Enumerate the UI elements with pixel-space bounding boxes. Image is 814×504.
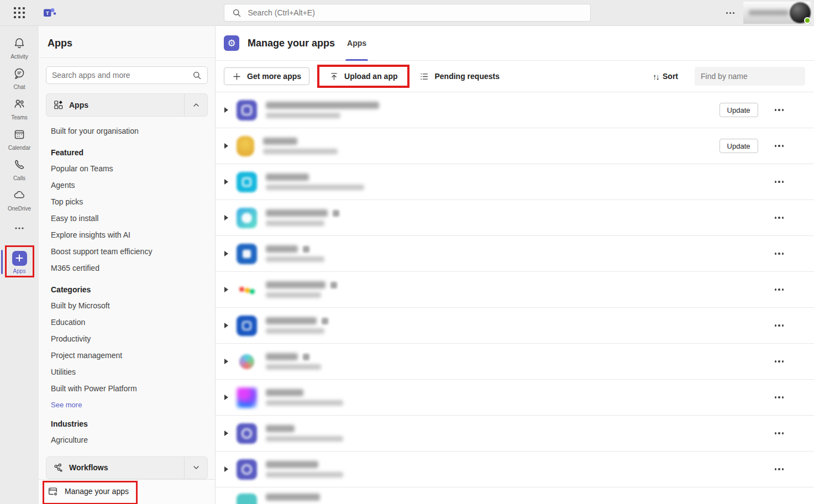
- tab-apps[interactable]: Apps: [347, 26, 366, 61]
- sort-label: Sort: [663, 72, 678, 81]
- row-more-options-icon[interactable]: [775, 109, 784, 111]
- workflows-label: Workflows: [69, 463, 108, 472]
- apps-search[interactable]: [46, 66, 208, 84]
- row-more-options-icon[interactable]: [775, 145, 784, 147]
- sidebar-item-easy-to-install[interactable]: Easy to install: [51, 211, 207, 227]
- find-by-name-input[interactable]: [701, 72, 801, 81]
- account-name-redacted: [749, 10, 789, 15]
- row-more-options-icon[interactable]: [775, 396, 784, 398]
- get-more-apps-button[interactable]: Get more apps: [224, 67, 309, 85]
- row-more-options-icon[interactable]: [775, 468, 784, 470]
- annotation-box-upload: Upload an app: [317, 65, 409, 88]
- app-name-redacted: [266, 245, 324, 262]
- manage-apps-label: Manage your apps: [65, 487, 129, 496]
- sidebar-item-boost-support-team-efficiency[interactable]: Boost support team efficiency: [51, 244, 207, 260]
- expand-row-icon[interactable]: [224, 107, 228, 113]
- app-row: [216, 380, 814, 416]
- expand-row-icon[interactable]: [224, 215, 228, 221]
- rail-item-apps[interactable]: Apps: [0, 247, 39, 277]
- row-more-options-icon[interactable]: [775, 360, 784, 363]
- app-icon: [237, 351, 257, 372]
- waffle-menu-button[interactable]: [0, 7, 39, 18]
- top-bar: T: [0, 0, 814, 26]
- rail-item-chat[interactable]: Chat: [0, 63, 39, 93]
- app-name-redacted: [266, 494, 320, 501]
- upload-an-app-label: Upload an app: [344, 72, 397, 81]
- update-button[interactable]: Update: [720, 103, 758, 117]
- expand-row-icon[interactable]: [224, 466, 228, 472]
- app-row: [216, 272, 814, 308]
- rail-item-label: Calendar: [8, 145, 31, 151]
- pending-requests-button[interactable]: Pending requests: [414, 67, 505, 85]
- account-profile[interactable]: [743, 2, 811, 24]
- row-more-options-icon[interactable]: [775, 217, 784, 219]
- sidebar-item-utilities[interactable]: Utilities: [51, 364, 207, 381]
- sidebar-item-built-for-your-organisation[interactable]: Built for your organisation: [51, 123, 207, 140]
- app-icon: [237, 459, 257, 480]
- app-badge-icon: [303, 354, 309, 360]
- row-more-options-icon[interactable]: [775, 432, 784, 434]
- app-icon: [237, 387, 257, 408]
- chat-icon: [13, 67, 26, 82]
- sidebar-item-popular-on-teams[interactable]: Popular on Teams: [51, 161, 207, 177]
- expand-row-icon[interactable]: [224, 431, 228, 436]
- sidebar-item-productivity[interactable]: Productivity: [51, 331, 207, 348]
- sidebar-item-explore-insights-with-ai[interactable]: Explore insights with AI: [51, 227, 207, 244]
- rail-item-onedrive[interactable]: OneDrive: [0, 185, 39, 215]
- app-name-redacted: [266, 389, 343, 406]
- rail-item-teams[interactable]: Teams: [0, 93, 39, 124]
- sidebar-item-top-picks[interactable]: Top picks: [51, 194, 207, 211]
- row-more-options-icon[interactable]: [775, 288, 784, 291]
- rail-item-calls[interactable]: Calls: [0, 154, 39, 185]
- manage-your-apps-item[interactable]: Manage your apps: [39, 479, 215, 504]
- apps-search-input[interactable]: [52, 71, 192, 80]
- sidebar-nav-list: Built for your organisationFeaturedPopul…: [39, 117, 215, 449]
- expand-row-icon[interactable]: [224, 179, 228, 185]
- expand-row-icon[interactable]: [224, 395, 228, 400]
- global-search-input[interactable]: [248, 8, 582, 17]
- expand-row-icon[interactable]: [224, 251, 228, 256]
- main-content: ⚙ Manage your apps Apps Get more apps Up…: [216, 26, 814, 504]
- presence-status-dot: [804, 17, 811, 24]
- app-icon: [237, 244, 257, 264]
- app-icon: [237, 172, 257, 192]
- apps-section-header[interactable]: Apps: [46, 93, 208, 116]
- calendar-icon: [13, 128, 26, 143]
- sidebar-item-built-by-microsoft[interactable]: Built by Microsoft: [51, 298, 207, 314]
- rail-item-activity[interactable]: Activity: [0, 33, 39, 63]
- page-title: Manage your apps: [248, 38, 335, 49]
- upload-an-app-button[interactable]: Upload an app: [324, 67, 403, 85]
- pending-requests-label: Pending requests: [434, 72, 499, 81]
- app-name-redacted: [266, 425, 343, 442]
- row-more-options-icon[interactable]: [775, 324, 784, 327]
- sidebar-item-agents[interactable]: Agents: [51, 177, 207, 194]
- sidebar-item-built-with-power-platform[interactable]: Built with Power Platform: [51, 381, 207, 397]
- collapse-apps-section[interactable]: [184, 94, 207, 116]
- sort-button[interactable]: ↑↓ Sort: [653, 72, 678, 81]
- svg-text:T: T: [46, 10, 49, 16]
- expand-row-icon[interactable]: [224, 359, 228, 364]
- sidebar-item-project-management[interactable]: Project management: [51, 348, 207, 364]
- row-more-options-icon[interactable]: [775, 253, 784, 255]
- pending-list-icon: [419, 72, 429, 81]
- update-button[interactable]: Update: [720, 139, 758, 153]
- rail-item-more[interactable]: [0, 218, 39, 239]
- manage-apps-header-icon: ⚙: [224, 35, 239, 51]
- topbar-more-icon[interactable]: [726, 12, 734, 14]
- see-more-link[interactable]: See more: [51, 397, 207, 411]
- sidebar-item-m365-certified[interactable]: M365 certified: [51, 260, 207, 277]
- expand-row-icon[interactable]: [224, 143, 228, 149]
- expand-row-icon[interactable]: [224, 323, 228, 328]
- app-row: Update: [216, 92, 814, 128]
- sidebar-item-agriculture[interactable]: Agriculture: [51, 432, 207, 449]
- row-more-options-icon[interactable]: [775, 181, 784, 183]
- workflows-section-header[interactable]: Workflows: [46, 456, 208, 479]
- rail-item-label: Apps: [13, 268, 26, 274]
- global-search[interactable]: [224, 4, 591, 22]
- app-row: Update: [216, 128, 814, 164]
- expand-workflows-section[interactable]: [184, 457, 207, 479]
- expand-row-icon[interactable]: [224, 287, 228, 292]
- find-by-name[interactable]: [695, 67, 805, 86]
- rail-item-calendar[interactable]: Calendar: [0, 124, 39, 154]
- sidebar-item-education[interactable]: Education: [51, 314, 207, 331]
